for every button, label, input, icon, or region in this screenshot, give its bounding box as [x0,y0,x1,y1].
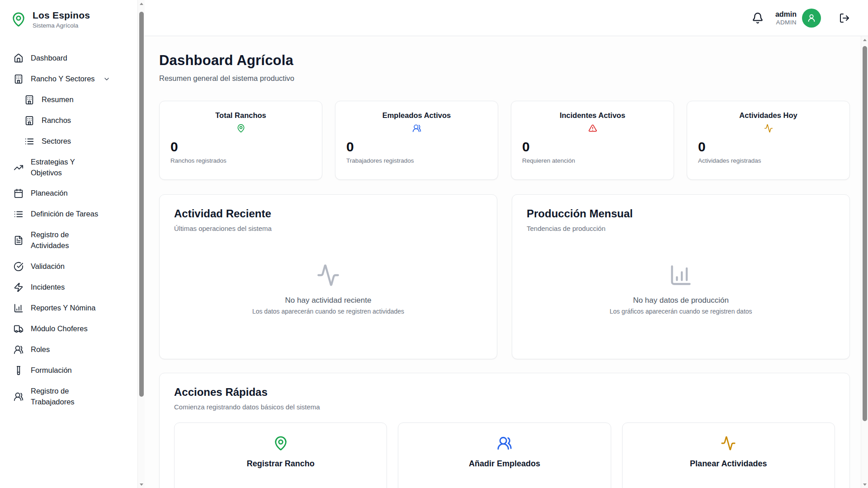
empty-state: No hay datos de producción Los gráficos … [527,232,835,346]
chevron-down-icon [103,75,110,83]
sidebar-item-registro-de-trabajadores[interactable]: Registro de Trabajadores [11,381,133,413]
stat-title: Actividades Hoy [698,111,839,120]
bell-icon[interactable] [752,12,764,24]
main-area: admin ADMIN Dashboard Agrícola Resumen g… [145,0,868,488]
stat-cards-row: Total Ranchos 0 Ranchos registrados Empl… [159,101,850,180]
quick-actions-card: Acciones Rápidas Comienza registrando da… [159,373,850,488]
content: Dashboard Agrícola Resumen general del s… [145,36,868,488]
user-role: ADMIN [775,19,797,26]
stat-caption: Actividades registradas [698,157,839,164]
sidebar-item-label: Roles [31,344,50,355]
stat-value: 0 [698,139,839,155]
app-root: Los Espinos Sistema Agrícola Dashboard R… [0,0,868,488]
building-icon [24,95,34,105]
map-pin-icon [236,124,245,133]
building-icon [24,116,34,126]
users-icon [497,436,512,451]
sidebar-item-label: Sectores [42,136,71,147]
action-anadir-empleados[interactable]: Añadir Empleados [398,422,611,488]
stat-value: 0 [522,139,663,155]
sidebar-item-label: Registro de Actividades [31,230,99,251]
building-icon [14,74,24,84]
sidebar-item-roles[interactable]: Roles [11,339,133,360]
sidebar: Los Espinos Sistema Agrícola Dashboard R… [0,0,145,488]
sidebar-item-label: Módulo Choferes [31,324,88,334]
sidebar-item-definicion-de-tareas[interactable]: Definición de Tareas [11,204,133,225]
panels-row: Actividad Reciente Últimas operaciones d… [159,194,850,359]
scroll-down-arrow[interactable] [861,481,868,488]
users-icon [14,392,24,402]
stat-card-total-ranchos: Total Ranchos 0 Ranchos registrados [159,101,322,180]
bar-chart-icon [669,263,693,287]
quick-actions-title: Acciones Rápidas [174,386,835,399]
empty-title: No hay actividad reciente [285,296,372,305]
empty-state: No hay actividad reciente Los datos apar… [174,232,482,346]
sidebar-item-estrategias-y-objetivos[interactable]: Estrategias Y Objetivos [11,152,133,183]
sidebar-item-planeacion[interactable]: Planeación [11,183,133,204]
page-subtitle: Resumen general del sistema productivo [159,74,850,83]
scroll-down-arrow[interactable] [138,481,145,488]
sidebar-item-resumen[interactable]: Resumen [11,89,133,110]
sidebar-scrollbar-thumb[interactable] [139,12,144,397]
map-pin-icon [11,10,26,29]
sidebar-item-formulacion[interactable]: Formulación [11,360,133,381]
zap-icon [14,282,24,292]
sidebar-item-label: Definición de Tareas [31,209,98,220]
empty-title: No hay datos de producción [633,296,729,305]
activity-icon [764,124,773,133]
logout-icon[interactable] [839,13,850,23]
sidebar-item-label: Resumen [42,94,74,105]
stat-caption: Trabajadores registrados [346,157,487,164]
sidebar-item-label: Registro de Trabajadores [31,386,99,408]
sidebar-item-registro-de-actividades[interactable]: Registro de Actividades [11,225,133,256]
quick-actions-row: Registrar Rancho Añadir Empleados Planea… [174,422,835,488]
sidebar-item-ranchos[interactable]: Ranchos [11,110,133,131]
empty-text: Los datos aparecerán cuando se registren… [252,308,404,315]
sidebar-item-sectores[interactable]: Sectores [11,131,133,152]
action-label: Planear Actividades [690,459,767,469]
stat-title: Total Ranchos [170,111,311,120]
app-tagline: Sistema Agrícola [33,22,90,29]
sidebar-item-rancho-y-sectores[interactable]: Rancho Y Sectores [11,69,133,89]
empty-text: Los gráficos aparecerán cuando se regist… [609,308,752,315]
sidebar-item-label: Planeación [31,188,68,199]
user-menu[interactable]: admin ADMIN [775,9,821,28]
sidebar-item-label: Validación [31,261,65,272]
sidebar-item-modulo-choferes[interactable]: Módulo Choferes [11,319,133,339]
sidebar-item-dashboard[interactable]: Dashboard [11,48,133,69]
map-pin-icon [273,436,288,451]
home-icon [14,53,24,63]
stat-value: 0 [170,139,311,155]
app-name: Los Espinos [33,10,90,21]
brand: Los Espinos Sistema Agrícola [11,10,133,29]
user-icon [807,13,816,23]
quick-actions-subtitle: Comienza registrando datos básicos del s… [174,403,835,411]
sidebar-item-reportes-y-nomina[interactable]: Reportes Y Nómina [11,298,133,319]
action-label: Registrar Rancho [247,459,315,469]
stat-caption: Requieren atención [522,157,663,164]
sidebar-item-incidentes[interactable]: Incidentes [11,277,133,298]
stat-title: Incidentes Activos [522,111,663,120]
sidebar-scrollbar[interactable] [137,0,145,488]
panel-subtitle: Tendencias de producción [527,225,835,232]
scroll-up-arrow[interactable] [138,0,145,7]
calendar-icon [14,188,24,198]
sidebar-item-validacion[interactable]: Validación [11,256,133,277]
stat-title: Empleados Activos [346,111,487,120]
activity-icon [316,263,340,287]
avatar[interactable] [802,9,821,28]
panel-produccion-mensual: Producción Mensual Tendencias de producc… [512,194,850,359]
action-planear-actividades[interactable]: Planear Actividades [622,422,835,488]
action-registrar-rancho[interactable]: Registrar Rancho [174,422,387,488]
sidebar-item-label: Incidentes [31,282,65,293]
sidebar-item-label: Reportes Y Nómina [31,303,95,314]
stat-value: 0 [346,139,487,155]
panel-actividad-reciente: Actividad Reciente Últimas operaciones d… [159,194,497,359]
list-icon [24,136,34,146]
sidebar-item-label: Dashboard [31,53,67,64]
panel-title: Actividad Reciente [174,207,482,220]
sidebar-nav: Dashboard Rancho Y Sectores Resumen Ranc… [11,48,133,413]
page-scrollbar[interactable] [861,36,868,488]
scroll-up-arrow[interactable] [861,36,868,43]
page-scrollbar-thumb[interactable] [863,46,867,421]
